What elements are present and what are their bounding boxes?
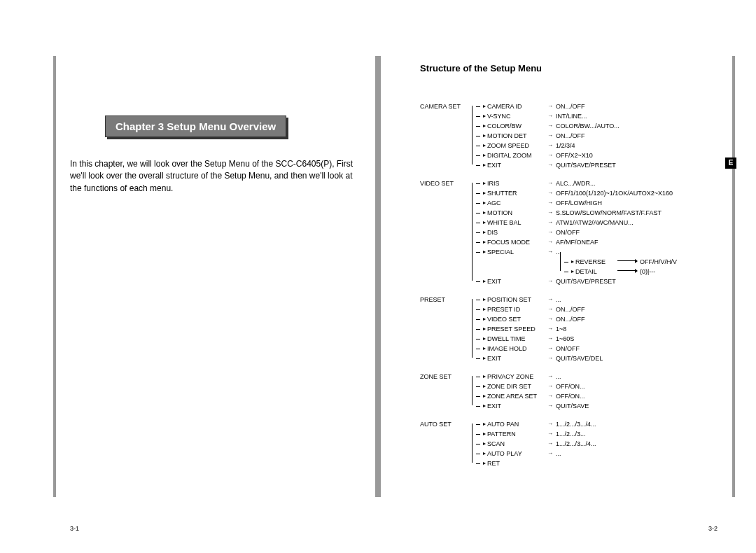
branch-row: ▸SPECIAL... [476,247,677,257]
branch-label: SPECIAL [487,247,547,257]
arrow-icon: ▸ [483,314,486,324]
branch-label: PRESET ID [487,304,547,314]
branch-value: AF/MF/ONEAF [547,237,598,247]
arrow-icon: ▸ [483,295,486,304]
arrow-icon: ▸ [483,458,486,468]
branch-value: OFF/1/100(1/120)~1/1OK/AUTOX2~X160 [547,188,673,198]
arrow-icon: ▸ [483,401,486,411]
branch-row: ▸AUTO PLAY... [476,449,596,458]
branch-label: CAMERA ID [487,102,547,111]
arrow-icon: ▸ [483,208,486,218]
branch-row: ▸CAMERA IDON.../OFF [476,102,620,111]
arrow-icon [617,270,637,271]
branch-row: ▸ZONE DIR SETOFF/ON... [476,382,589,391]
arrow-icon: ▸ [483,198,486,208]
arrow-icon: ▸ [483,111,486,121]
branch-label: PRESET SPEED [487,324,547,334]
branch-row: ▸AGCOFF/LOW/HIGH [476,198,677,208]
arrow-icon: ▸ [483,121,486,131]
branch-label: COLOR/BW [487,121,547,131]
branch-row: ▸IMAGE HOLDON/OFF [476,344,603,354]
branch-row: ▸EXITQUIT/SAVE [476,401,589,411]
page-right: Structure of the Setup Menu E CAMERA SET… [378,0,756,553]
arrow-icon: ▸ [483,160,486,170]
branch-row: ▸RET [476,458,596,468]
branch-value: QUIT/SAVE/PRESET [547,160,616,170]
branch-row: ▸EXITQUIT/SAVE/PRESET [476,276,677,286]
branch-column: ▸CAMERA IDON.../OFF▸V-SYNCINT/LINE...▸CO… [472,102,620,170]
menu-trunk: AUTO SET▸AUTO PAN1.../2.../3.../4...▸PAT… [420,419,718,468]
trunk-label: AUTO SET [420,419,472,429]
trunk-label: CAMERA SET [420,102,472,111]
arrow-icon: ▸ [571,257,574,267]
branch-row: ▸DWELL TIME1~60S [476,334,603,344]
arrow-icon: ▸ [483,227,486,237]
sub-value: OFF/H/V/H/V [640,257,677,267]
arrow-icon: ▸ [483,237,486,247]
menu-trunk: CAMERA SET▸CAMERA IDON.../OFF▸V-SYNCINT/… [420,102,718,170]
sub-label: REVERSE [575,257,615,267]
language-tab: E [725,158,736,169]
arrow-icon: ▸ [483,178,486,188]
branch-row: ▸SCAN1.../2.../3.../4... [476,439,596,449]
page-spread: Chapter 3 Setup Menu Overview In this ch… [0,0,756,553]
trunk-label: PRESET [420,295,472,304]
branch-column: ▸IRISALC.../WDR...▸SHUTTEROFF/1/100(1/12… [472,178,677,286]
branch-label: EXIT [487,401,547,411]
branch-value: ON/OFF [547,227,580,237]
branch-row: ▸IRISALC.../WDR... [476,178,677,188]
branch-value: ALC.../WDR... [547,178,596,188]
menu-tree: CAMERA SET▸CAMERA IDON.../OFF▸V-SYNCINT/… [420,102,718,468]
branch-label: FOCUS MODE [487,237,547,247]
branch-row: ▸EXITQUIT/SAVE/PRESET [476,160,620,170]
branch-row: ▸ZONE AREA SETOFF/ON... [476,391,589,401]
branch-label: SHUTTER [487,188,547,198]
branch-value: ON.../OFF [547,314,585,324]
branch-label: DIS [487,227,547,237]
branch-value: 1/2/3/4 [547,141,575,150]
branch-column: ▸PRIVACY ZONE...▸ZONE DIR SETOFF/ON...▸Z… [472,372,589,411]
branch-label: POSITION SET [487,295,547,304]
branch-row: ▸V-SYNCINT/LINE... [476,111,620,121]
branch-label: IRIS [487,178,547,188]
branch-row: ▸DISON/OFF [476,227,677,237]
branch-value: 1.../2.../3... [547,429,586,439]
branch-row: ▸COLOR/BWCOLOR/BW.../AUTO... [476,121,620,131]
branch-value: ... [547,247,561,257]
branch-label: WHITE BAL [487,218,547,227]
branch-label: AGC [487,198,547,208]
arrow-icon: ▸ [483,354,486,363]
branch-value: ON.../OFF [547,304,585,314]
arrow-icon: ▸ [571,267,574,276]
branch-column: ▸AUTO PAN1.../2.../3.../4...▸PATTERN1...… [472,419,596,468]
arrow-icon: ▸ [483,141,486,150]
branch-column: ▸POSITION SET...▸PRESET IDON.../OFF▸VIDE… [472,295,603,363]
sub-label: DETAIL [575,267,615,276]
branch-row: ▸DIGITAL ZOOMOFF/X2~X10 [476,150,620,160]
branch-label: V-SYNC [487,111,547,121]
branch-value: QUIT/SAVE/PRESET [547,276,616,286]
branch-label: ZONE AREA SET [487,391,547,401]
page-number-left: 3-1 [70,525,79,532]
branch-value: OFF/ON... [547,382,585,391]
sub-value: (0)|--- [640,267,655,276]
sub-branch: ▸REVERSEOFF/H/V/H/V▸DETAIL(0)|--- [560,257,677,276]
branch-label: ZONE DIR SET [487,382,547,391]
branch-row: ▸ZOOM SPEED1/2/3/4 [476,141,620,150]
branch-row: ▸PATTERN1.../2.../3... [476,429,596,439]
branch-label: ZOOM SPEED [487,141,547,150]
sub-branch-row: ▸DETAIL(0)|--- [564,267,677,276]
branch-label: PRIVACY ZONE [487,372,547,382]
branch-value: 1~8 [547,324,566,334]
branch-label: MOTION [487,208,547,218]
branch-label: MOTION DET [487,131,547,141]
branch-value: OFF/X2~X10 [547,150,593,160]
branch-row: ▸POSITION SET... [476,295,603,304]
arrow-icon: ▸ [483,102,486,111]
intro-paragraph: In this chapter, we will look over the S… [70,158,354,195]
branch-row: ▸FOCUS MODEAF/MF/ONEAF [476,237,677,247]
branch-label: EXIT [487,354,547,363]
arrow-icon: ▸ [483,334,486,344]
arrow-icon: ▸ [483,439,486,449]
branch-label: DWELL TIME [487,334,547,344]
